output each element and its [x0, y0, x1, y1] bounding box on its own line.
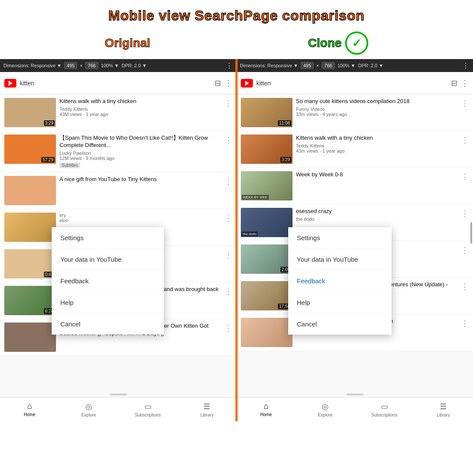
left-menu-cancel[interactable]: Cancel	[52, 313, 164, 335]
right-panel-scrollbar[interactable]	[470, 222, 472, 244]
right-more-3[interactable]: ⋮	[461, 171, 469, 182]
left-sub-icon: ▭	[144, 402, 152, 411]
left-duration-2: 57:29	[41, 157, 55, 163]
right-more-5[interactable]: ⋮	[461, 244, 469, 255]
left-panel: Dimensions: Responsive ▼ 495 × 766 100% …	[0, 59, 236, 421]
left-thumb-1: 3:29	[4, 98, 56, 127]
left-meta-2: Lucky Pawlson12M views · 9 months ago	[59, 150, 221, 161]
left-lib-icon: ☰	[203, 402, 210, 411]
left-subtitle-2: Subtitles	[59, 163, 80, 168]
left-menu-feedback[interactable]: Feedback	[52, 270, 164, 292]
right-thumb-2: 3:29	[241, 135, 293, 164]
right-thumb-1: 11:08	[241, 98, 293, 127]
right-nav-home[interactable]: ⌂ Home	[236, 398, 296, 421]
right-menu-feedback[interactable]: Feedback	[288, 270, 392, 292]
right-info-2: Kittens walk with a tiny chicken Teddy K…	[296, 135, 457, 164]
right-video-item-2[interactable]: 3:29 Kittens walk with a tiny chicken Te…	[236, 131, 473, 168]
right-filter-icon[interactable]: ⊟	[451, 78, 457, 88]
right-more-icon[interactable]: ⋮	[461, 78, 469, 88]
left-menu-data[interactable]: Your data in YouTube	[52, 249, 164, 270]
right-title-4: osessed crazy	[296, 208, 457, 215]
right-thumb-5: 2:09	[241, 244, 293, 274]
left-more-5[interactable]: ⋮	[224, 249, 232, 260]
left-title-1: Kittens walk with a tiny chicken	[59, 98, 221, 105]
right-menu-data[interactable]: Your data in YouTube	[288, 249, 392, 270]
right-search-text[interactable]: kitten	[256, 80, 448, 87]
right-home-icon: ⌂	[264, 402, 268, 411]
right-more-4[interactable]: ⋮	[461, 208, 469, 218]
left-sub-label: Subscriptions	[135, 413, 161, 417]
right-bottom-nav: ⌂ Home ◎ Explore ▭ Subscriptions ☰ Libra…	[236, 397, 473, 421]
right-home-label: Home	[260, 412, 272, 417]
left-bottom-nav: ⌂ Home ◎ Explore ▭ Subscriptions ☰ Libra…	[0, 397, 236, 421]
left-devtools-bar: Dimensions: Responsive ▼ 495 × 766 100% …	[0, 59, 236, 72]
left-more-4[interactable]: ⋮	[224, 213, 232, 223]
left-video-item-1[interactable]: 3:29 Kittens walk with a tiny chicken Te…	[0, 94, 236, 131]
left-nav-library[interactable]: ☰ Library	[177, 398, 236, 421]
right-title-3: Week by Week 0-8	[296, 171, 457, 178]
dpr-left: DPR: 2.0 ▼	[121, 63, 147, 68]
left-filter-icon[interactable]: ⊟	[215, 78, 221, 88]
right-explore-label: Explore	[318, 413, 333, 417]
right-nav-subscriptions[interactable]: ▭ Subscriptions	[355, 398, 414, 421]
right-video-item-1[interactable]: 11:08 So many cute kittens videos compil…	[236, 94, 473, 131]
left-more-6[interactable]: ⋮	[224, 286, 232, 296]
right-more-6[interactable]: ⋮	[461, 281, 469, 291]
right-thumb-4: the dodo	[241, 208, 293, 237]
width-right: 495	[301, 62, 314, 69]
right-more-2[interactable]: ⋮	[461, 135, 469, 145]
right-nav-explore[interactable]: ◎ Explore	[296, 398, 355, 421]
panel-divider	[236, 59, 238, 421]
left-more-7[interactable]: ⋮	[224, 323, 232, 333]
right-more-1[interactable]: ⋮	[461, 98, 469, 108]
left-nav-subscriptions[interactable]: ▭ Subscriptions	[118, 398, 177, 421]
right-scroll-handle	[346, 394, 364, 395]
dpr-right: DPR: 2.0 ▼	[358, 63, 383, 68]
left-search-text[interactable]: kitten	[20, 80, 211, 87]
left-meta-1: Teddy Kittens43M views · 1 year ago	[59, 106, 221, 117]
left-more-3[interactable]: ⋮	[224, 176, 232, 186]
left-home-label: Home	[24, 412, 35, 417]
left-scroll-handle	[110, 394, 127, 395]
left-nav-explore[interactable]: ◎ Explore	[59, 398, 118, 421]
right-panel: Dimensions: Responsive ▼ 495 × 766 100% …	[236, 59, 473, 421]
right-searchbar: kitten ⊟ ⋮	[236, 72, 473, 94]
more-left[interactable]: ⋮	[226, 62, 233, 70]
left-thumb-2: 57:29	[4, 135, 56, 164]
left-nav-home[interactable]: ⌂ Home	[0, 398, 59, 421]
left-home-icon: ⌂	[27, 402, 32, 411]
left-video-item-2[interactable]: 57:29 【Spam This Movie to Who Doesn't Li…	[0, 131, 236, 172]
right-video-item-3[interactable]: WEEK BY WEE Week by Week 0-8 ⋮	[236, 168, 473, 204]
left-menu-help[interactable]: Help	[52, 292, 164, 313]
height-right: 766	[322, 62, 335, 69]
left-menu-settings[interactable]: Settings	[52, 227, 164, 249]
right-thumb-7	[241, 318, 293, 347]
zoom-right: 100% ▼	[337, 63, 355, 68]
width-left: 495	[64, 62, 77, 69]
right-title-1: So many cute kittens videos compilation …	[296, 98, 457, 105]
left-explore-icon: ◎	[85, 402, 92, 411]
right-menu-settings[interactable]: Settings	[288, 227, 392, 249]
label-original: Original	[105, 36, 150, 50]
left-more-icon[interactable]: ⋮	[224, 78, 232, 88]
left-more-2[interactable]: ⋮	[224, 135, 232, 145]
right-menu-cancel[interactable]: Cancel	[288, 313, 392, 335]
right-lib-label: Library	[437, 413, 450, 417]
left-video-item-3[interactable]: A nice gift from YouTube to Tiny Kittens…	[0, 172, 236, 209]
right-more-7[interactable]: ⋮	[461, 318, 469, 328]
right-sub-label: Subscriptions	[371, 413, 397, 417]
left-more-1[interactable]: ⋮	[224, 98, 232, 108]
right-nav-library[interactable]: ☰ Library	[414, 398, 473, 421]
right-thumb-3: WEEK BY WEE	[241, 171, 293, 200]
right-devtools-bar: Dimensions: Responsive ▼ 495 × 766 100% …	[236, 59, 473, 72]
right-sub-icon: ▭	[381, 402, 388, 411]
right-meta-2: Teddy Kittens43m views · 1 year ago	[296, 143, 457, 153]
more-right[interactable]: ⋮	[462, 62, 470, 70]
right-menu-help[interactable]: Help	[288, 292, 392, 313]
right-title-2: Kittens walk with a tiny chicken	[296, 135, 457, 142]
left-thumb-3	[4, 176, 56, 205]
right-thumb-6: 17:50	[241, 281, 293, 310]
left-lib-label: Library	[200, 413, 214, 417]
right-info-3: Week by Week 0-8	[296, 171, 457, 200]
check-badge: ✓	[345, 31, 368, 55]
